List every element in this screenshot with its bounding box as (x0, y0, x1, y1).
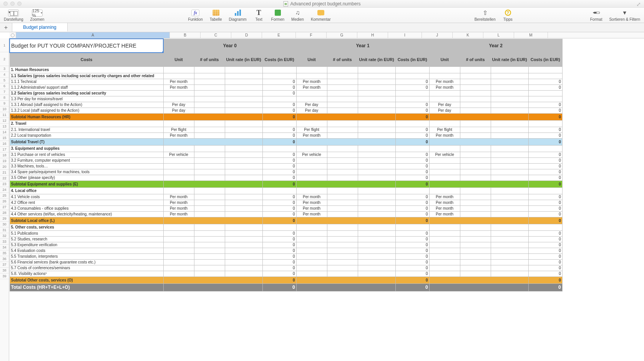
column-header[interactable]: F (296, 32, 327, 38)
cell[interactable]: 4.2 Office rent (10, 200, 163, 205)
cell[interactable]: 0 (262, 157, 296, 163)
cell[interactable]: 0 (395, 283, 429, 291)
cell[interactable] (491, 242, 528, 248)
cell[interactable]: 0 (262, 230, 296, 236)
cell[interactable] (194, 145, 225, 152)
shape-button[interactable]: Formen (271, 9, 284, 22)
cell[interactable] (429, 145, 460, 152)
cell[interactable]: 5.4 Evaluation costs (10, 248, 163, 253)
cell[interactable] (429, 157, 460, 163)
cell[interactable] (491, 205, 528, 211)
cell[interactable]: 0 (395, 132, 429, 138)
function-button[interactable]: fxFunktion (188, 9, 202, 22)
column-header[interactable]: I (388, 32, 422, 38)
cell[interactable] (225, 120, 262, 127)
cell[interactable] (491, 120, 528, 127)
row-header[interactable]: 8 (0, 95, 9, 101)
cell[interactable]: 0 (528, 163, 562, 169)
row-header[interactable]: 26 (0, 199, 9, 204)
format-button[interactable]: 🖌Format (590, 9, 603, 22)
cell[interactable] (491, 102, 528, 108)
row-header[interactable]: 14 (0, 129, 9, 135)
cell[interactable]: Per month (429, 84, 460, 90)
cell[interactable] (163, 248, 194, 253)
cell[interactable] (358, 230, 395, 236)
cell[interactable] (296, 253, 327, 259)
cell[interactable] (225, 96, 262, 102)
cell[interactable] (358, 211, 395, 217)
cell[interactable] (491, 145, 528, 152)
cell[interactable] (225, 230, 262, 236)
cell[interactable] (225, 108, 262, 113)
cell[interactable] (194, 187, 225, 194)
cell[interactable] (225, 236, 262, 242)
cell[interactable]: 1.1.2 Administrative/ support staff (10, 84, 163, 90)
cell[interactable] (163, 163, 194, 169)
column-header[interactable]: K (453, 32, 483, 38)
cell[interactable] (296, 248, 327, 253)
row-header[interactable]: 28 (0, 210, 9, 216)
row-header[interactable]: 5 (0, 78, 9, 83)
cell[interactable]: 0 (528, 277, 562, 283)
cell[interactable]: 5.1 Publications (10, 230, 163, 236)
spreadsheet-body[interactable]: Budget for PUT YOUR COMPANY/PROJECT HERE… (9, 38, 644, 361)
zoom-select[interactable]: 125 % Zoomen (30, 9, 45, 22)
cell[interactable] (327, 248, 358, 253)
cell[interactable]: Per month (296, 84, 327, 90)
add-sheet-button[interactable]: + (0, 23, 12, 32)
cell[interactable] (429, 236, 460, 242)
cell[interactable]: Per month (296, 211, 327, 217)
cell[interactable]: 0 (262, 194, 296, 200)
cell[interactable] (194, 127, 225, 132)
cell[interactable] (395, 73, 429, 79)
cell[interactable] (491, 175, 528, 180)
cell[interactable] (358, 194, 395, 200)
cell[interactable]: 0 (528, 283, 562, 291)
cell[interactable] (327, 230, 358, 236)
cell[interactable] (358, 79, 395, 84)
cell[interactable] (460, 271, 491, 277)
cell[interactable]: 0 (528, 79, 562, 84)
cell[interactable] (225, 84, 262, 90)
cell[interactable] (460, 175, 491, 180)
cell[interactable] (491, 224, 528, 230)
cell[interactable]: Year 1 (296, 39, 429, 53)
cell[interactable]: 0 (262, 175, 296, 180)
table-button[interactable]: Tabelle (210, 9, 222, 22)
cell[interactable]: 0 (262, 236, 296, 242)
row-header[interactable]: 30 (0, 222, 9, 227)
cell[interactable] (225, 187, 262, 194)
close-window-button[interactable] (3, 2, 8, 6)
cell[interactable]: 1.3 Per day for missions/travel (10, 96, 163, 102)
cell[interactable]: 2. Travel (10, 120, 163, 127)
cell[interactable]: 0 (395, 169, 429, 175)
cell[interactable] (327, 66, 358, 73)
cell[interactable]: 0 (262, 277, 296, 283)
cell[interactable]: # of units (194, 53, 225, 66)
cell[interactable] (358, 120, 395, 127)
cell[interactable]: Per month (429, 200, 460, 205)
view-button[interactable]: ▾ Darstellung (4, 9, 23, 22)
cell[interactable] (163, 96, 194, 102)
cell[interactable] (194, 211, 225, 217)
cell[interactable] (491, 271, 528, 277)
cell[interactable] (163, 157, 194, 163)
cell[interactable] (225, 253, 262, 259)
cell[interactable]: 0 (262, 102, 296, 108)
cell[interactable]: 2.1. International travel (10, 127, 163, 132)
cell[interactable]: 0 (262, 283, 296, 291)
cell[interactable]: 0 (262, 84, 296, 90)
cell[interactable] (327, 102, 358, 108)
sheet-tab[interactable]: Budget planning (12, 23, 68, 31)
cell[interactable]: # of units (327, 53, 358, 66)
cell[interactable] (460, 224, 491, 230)
column-header[interactable]: C (201, 32, 231, 38)
cell[interactable] (358, 132, 395, 138)
row-header[interactable]: 25 (0, 193, 9, 199)
cell[interactable] (194, 175, 225, 180)
cell[interactable] (225, 265, 262, 271)
cell[interactable]: Subtotal Other costs, services (O) (10, 277, 163, 283)
cell[interactable]: 5.8. Visibility actions¹ (10, 271, 163, 277)
cell[interactable] (460, 253, 491, 259)
cell[interactable] (491, 132, 528, 138)
